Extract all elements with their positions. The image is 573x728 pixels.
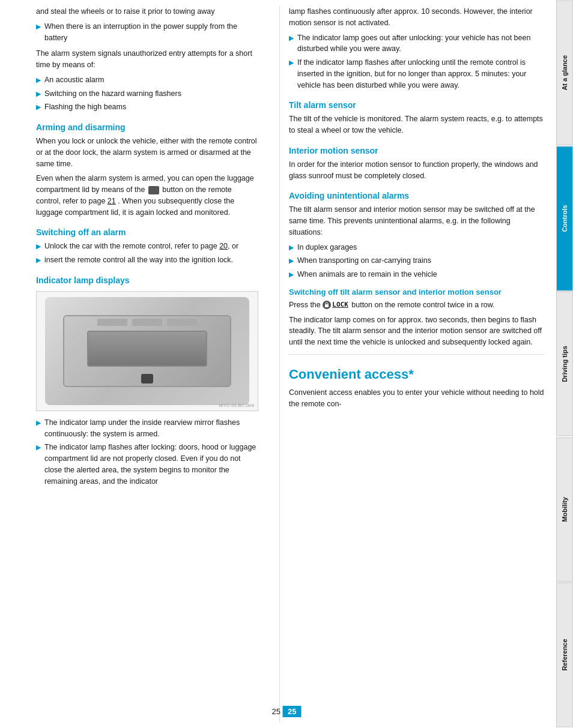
tab-reference[interactable]: Reference [556, 583, 573, 727]
arming-text-1: When you lock or unlock the vehicle, eit… [36, 136, 258, 169]
lock-svg [324, 302, 329, 308]
bullet-arrow-icon: ▶ [36, 75, 41, 85]
page-20-link[interactable]: 20 [219, 242, 228, 250]
tab-at-a-glance[interactable]: At a glance [556, 1, 573, 145]
avoiding-text: The tilt alarm sensor and interior motio… [289, 204, 544, 238]
page-number-text: 25 [272, 707, 280, 716]
switching-off-list: ▶ Unlock the car with the remote control… [36, 241, 258, 266]
switching-tilt-text-1: Press the LOCK button on the remote cont… [289, 299, 544, 311]
svg-rect-0 [325, 304, 329, 307]
bullet-arrow-icon: ▶ [289, 256, 294, 266]
switching-off-heading: Switching off an alarm [36, 227, 258, 237]
list-item: ▶ If the indicator lamp flashes after un… [289, 57, 544, 91]
interior-heading: Interior motion sensor [289, 146, 544, 155]
bullet-arrow-icon: ▶ [36, 22, 41, 32]
section-divider [289, 354, 544, 355]
indicator-heading: Indicator lamp displays [36, 275, 258, 285]
list-item: ▶ The indicator lamp under the inside re… [36, 417, 258, 440]
left-column: and steal the wheels or to raise it prio… [0, 6, 276, 722]
list-item: ▶ When transporting on car-carrying trai… [289, 255, 544, 266]
bullet-arrow-icon: ▶ [289, 33, 294, 43]
image-watermark: WYC.01.BC.004 [219, 403, 254, 408]
bullet-arrow-icon: ▶ [36, 102, 41, 112]
avoiding-heading: Avoiding unintentional alarms [289, 191, 544, 200]
lock-icon-inline: LOCK [323, 300, 348, 310]
bullet-arrow-icon: ▶ [36, 418, 41, 428]
bullet-arrow-icon: ▶ [289, 242, 294, 253]
list-item: ▶ When animals are to remain in the vehi… [289, 269, 544, 280]
arming-text-2: Even when the alarm system is armed, you… [36, 173, 258, 218]
list-item: ▶ The indicator lamp flashes after locki… [36, 442, 258, 487]
tab-controls[interactable]: Controls [556, 146, 573, 291]
list-item: ▶ In duplex garages [289, 242, 544, 253]
bullet-arrow-icon: ▶ [36, 255, 41, 265]
list-item: ▶ Unlock the car with the remote control… [36, 241, 258, 252]
indicator-right-bullets: ▶ The indicator lamp goes out after unlo… [289, 32, 544, 91]
page-number-box: 25 [283, 706, 301, 717]
alarm-bullets-list: ▶ An acoustic alarm ▶ Switching on the h… [36, 74, 258, 113]
list-item: ▶ The indicator lamp goes out after unlo… [289, 32, 544, 55]
indicator-continued: lamp flashes continuously after approx. … [289, 6, 544, 29]
bullet-arrow-icon: ▶ [289, 269, 294, 280]
convenient-heading: Convenient access* [289, 367, 544, 382]
intro-text-2: The alarm system signals unauthorized en… [36, 48, 258, 71]
list-item: ▶ Switching on the hazard warning flashe… [36, 88, 258, 100]
interior-text: In order for the interior motion sensor … [289, 159, 544, 182]
tilt-heading: Tilt alarm sensor [289, 100, 544, 110]
bullet-arrow-icon: ▶ [36, 89, 41, 99]
tilt-text: The tilt of the vehicle is monitored. Th… [289, 113, 544, 136]
lock-circle-icon [323, 301, 331, 309]
mirror-illustration [45, 297, 249, 405]
intro-text-1: and steal the wheels or to raise it prio… [36, 6, 258, 17]
bullet-arrow-icon: ▶ [36, 241, 41, 251]
list-item: ▶ An acoustic alarm [36, 74, 258, 86]
page-21-link[interactable]: 21 [108, 197, 116, 205]
side-tabs: At a glance Controls Driving tips Mobili… [556, 0, 573, 728]
list-item: ▶ Flashing the high beams [36, 101, 258, 113]
mirror-inner [63, 315, 231, 387]
indicator-bullets-list: ▶ The indicator lamp under the inside re… [36, 417, 258, 487]
right-column: lamp flashes continuously after approx. … [283, 6, 556, 722]
main-content: and steal the wheels or to raise it prio… [0, 0, 556, 728]
avoiding-bullets-list: ▶ In duplex garages ▶ When transporting … [289, 242, 544, 280]
tab-driving-tips[interactable]: Driving tips [556, 292, 573, 436]
arming-heading: Arming and disarming [36, 122, 258, 132]
page-wrapper: and steal the wheels or to raise it prio… [0, 0, 573, 728]
list-item: ▶ insert the remote control all the way … [36, 254, 258, 266]
indicator-lamp-image: WYC.01.BC.004 [36, 291, 258, 411]
convenient-text: Convenient access enables you to enter y… [289, 387, 544, 410]
column-divider [279, 6, 280, 722]
list-item: ▶ When there is an interruption in the p… [36, 21, 258, 44]
page-number-area: 25 25 [272, 706, 302, 717]
tab-mobility[interactable]: Mobility [556, 438, 573, 582]
trunk-button-icon [148, 186, 159, 194]
bullet-arrow-icon: ▶ [289, 58, 294, 68]
bullet-arrow-icon: ▶ [36, 442, 41, 453]
switching-tilt-heading: Switching off tilt alarm sensor and inte… [289, 287, 544, 296]
switching-tilt-text-2: The indicator lamp comes on for approx. … [289, 314, 544, 348]
power-bullet-list: ▶ When there is an interruption in the p… [36, 21, 258, 44]
